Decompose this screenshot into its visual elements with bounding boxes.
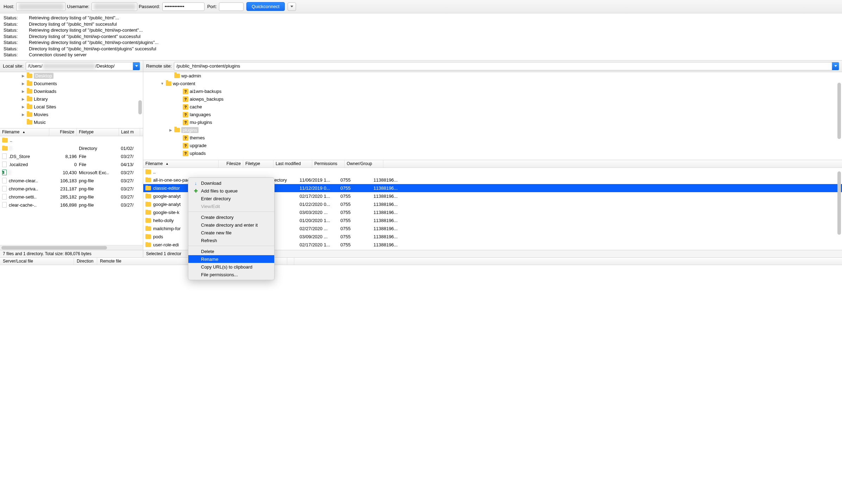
file-row[interactable]: chrome-priva..231,187png-file03/27/ [0,185,143,193]
file-row[interactable]: 10,430Microsoft Exc..03/27/ [0,169,143,177]
queue-header[interactable]: Server/Local file Direction Remote file [0,257,842,265]
file-row[interactable]: .DS_Store8,196File03/27/ [0,152,143,160]
tree-item[interactable]: ?upgrade [143,142,842,150]
folder-icon [27,74,32,78]
folder-icon [27,97,32,101]
log-row: Status:Directory listing of "/public_htm… [4,21,838,27]
local-file-list[interactable]: .. Directory01/02/.DS_Store8,196File03/2… [0,136,143,245]
file-row[interactable]: .. [0,136,143,144]
ctx-add-queue[interactable]: ✚ Add files to queue [188,187,274,195]
file-icon [2,186,7,191]
chevron-down-icon [135,65,138,67]
local-list-header[interactable]: Filename▲ Filesize Filetype Last m [0,128,143,136]
file-row[interactable]: .localized0File04/13/ [0,160,143,169]
tree-item[interactable]: ▶Local Sites [0,103,143,111]
remote-path-dropdown[interactable] [832,62,839,70]
message-log: Status:Retrieving directory listing of "… [0,13,842,60]
local-path-combo[interactable]: /Users/ /Desktop/ [26,62,140,70]
file-row[interactable]: Directory01/02/ [0,144,143,152]
ctx-enter-dir[interactable]: Enter directory [188,195,274,202]
remote-path-combo[interactable] [174,62,839,70]
tree-item[interactable]: ?mu-plugins [143,119,842,126]
file-row[interactable]: clear-cache-..166,898png-file03/27/ [0,201,143,209]
file-row[interactable]: .. [143,168,842,176]
log-row: Status:Connection closed by server [4,52,838,58]
folder-icon [145,210,151,215]
remote-site-label: Remote site: [146,63,172,69]
quickconnect-dropdown[interactable] [288,2,296,11]
local-path-suffix: /Desktop/ [95,63,115,69]
folder-icon [174,74,180,78]
local-path-dropdown[interactable] [133,62,140,70]
tree-item[interactable]: ?aiowps_backups [143,95,842,103]
port-label: Port: [207,2,244,11]
folder-icon [27,105,32,109]
tree-item[interactable]: wp-admin [143,72,842,80]
ctx-create-file[interactable]: Create new file [188,229,274,237]
folder-icon [2,138,8,143]
ctx-delete[interactable]: Delete [188,247,274,255]
password-input[interactable] [162,2,205,11]
folder-icon [145,242,151,247]
unknown-folder-icon: ? [183,89,188,94]
quickconnect-button[interactable]: Quickconnect [246,2,285,11]
folder-icon [145,234,151,239]
folder-icon [145,226,151,231]
folder-icon [2,146,8,151]
ctx-rename[interactable]: Rename [188,255,274,263]
ctx-create-dir[interactable]: Create directory [188,213,274,221]
local-path-prefix: /Users/ [26,63,43,69]
add-icon: ✚ [193,188,198,194]
unknown-folder-icon: ? [183,151,188,156]
queue-body[interactable] [0,265,842,290]
folder-icon [145,178,151,182]
ctx-create-dir-enter[interactable]: Create directory and enter it [188,221,274,229]
folder-icon [27,112,32,117]
tree-item[interactable]: Music [0,119,143,126]
tree-item[interactable]: ?uploads [143,150,842,157]
tree-item[interactable]: ▼wp-content [143,80,842,88]
remote-path-input[interactable] [174,63,832,69]
remote-tree[interactable]: wp-admin▼wp-content?ai1wm-backups?aiowps… [143,72,842,160]
tree-item[interactable]: ?themes [143,134,842,142]
sort-asc-icon: ▲ [165,162,169,165]
tree-item[interactable]: ▶Documents [0,80,143,88]
ctx-copy-url[interactable]: Copy URL(s) to clipboard [188,263,274,271]
file-row[interactable]: chrome-clear..106,183png-file03/27/ [0,177,143,185]
sort-asc-icon: ▲ [22,130,25,134]
download-icon: ↓ [193,181,198,186]
ctx-download[interactable]: ↓ Download [188,179,274,187]
tree-item[interactable]: ▶Downloads [0,88,143,95]
file-row[interactable]: chrome-setti..285,182png-file03/27/ [0,193,143,201]
chevron-down-icon [290,6,293,7]
log-row: Status:Retrieving directory listing of "… [4,39,838,46]
file-icon [2,153,7,159]
ctx-file-perms[interactable]: File permissions... [188,271,274,278]
tree-item[interactable]: ▶Library [0,95,143,103]
tree-item[interactable]: ?languages [143,111,842,119]
excel-icon [2,170,7,175]
unknown-folder-icon: ? [183,104,188,110]
tree-item[interactable]: ▶plugins [143,126,842,134]
ctx-view-edit: View/Edit [188,202,274,210]
tree-item[interactable]: ?ai1wm-backups [143,88,842,95]
menu-separator [188,246,274,246]
unknown-folder-icon: ? [183,143,188,149]
file-icon [2,162,7,167]
folder-icon [145,194,151,199]
folder-icon [145,186,151,190]
folder-icon [145,170,151,174]
remote-list-header[interactable]: Filename▲ Filesize Filetype Last modifie… [143,160,842,168]
chevron-down-icon [834,65,837,67]
unknown-folder-icon: ? [183,96,188,102]
file-icon [2,178,7,183]
port-input[interactable] [219,2,244,11]
tree-item[interactable]: ?cache [143,103,842,111]
local-hscroll[interactable] [0,245,143,250]
ctx-refresh[interactable]: Refresh [188,237,274,244]
tree-item[interactable]: ▶Movies [0,111,143,119]
folder-icon [27,81,32,86]
local-tree[interactable]: ▶Desktop▶Documents▶Downloads▶Library▶Loc… [0,72,143,128]
folder-icon [174,128,180,132]
tree-item[interactable]: ▶Desktop [0,72,143,80]
